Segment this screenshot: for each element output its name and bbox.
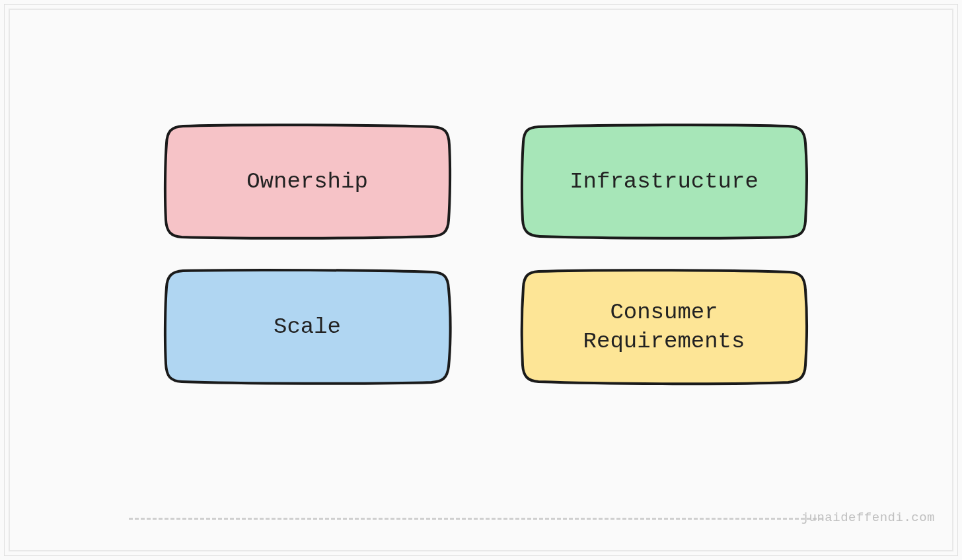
inner-frame: Ownership Infrastructure Scale Consumer … bbox=[9, 9, 953, 551]
box-label: Consumer Requirements bbox=[583, 298, 745, 356]
box-scale: Scale bbox=[162, 267, 453, 386]
boxes-grid: Ownership Infrastructure Scale Consumer … bbox=[162, 122, 809, 386]
box-consumer-requirements: Consumer Requirements bbox=[519, 267, 809, 386]
box-label: Infrastructure bbox=[570, 167, 758, 196]
attribution-text: junaideffendi.com bbox=[801, 510, 935, 525]
outer-frame: Ownership Infrastructure Scale Consumer … bbox=[4, 4, 958, 556]
box-label: Scale bbox=[274, 312, 341, 341]
footer-divider bbox=[129, 518, 823, 520]
box-label: Ownership bbox=[246, 167, 368, 196]
box-infrastructure: Infrastructure bbox=[519, 122, 809, 241]
box-ownership: Ownership bbox=[162, 122, 453, 241]
